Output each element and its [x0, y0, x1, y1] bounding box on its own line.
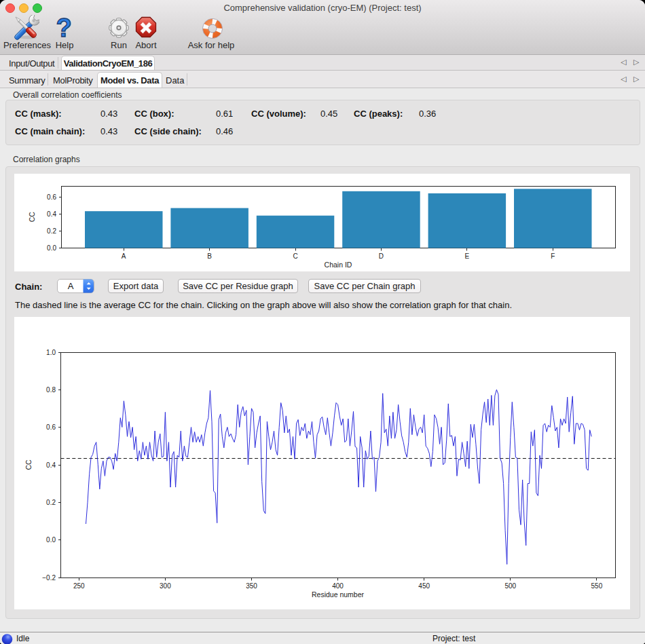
svg-text:D: D: [379, 252, 384, 260]
svg-text:C: C: [293, 252, 297, 260]
svg-text:500: 500: [504, 582, 516, 590]
svg-text:F: F: [551, 252, 555, 260]
svg-text:?: ?: [56, 15, 71, 41]
svg-text:0.6: 0.6: [47, 193, 56, 201]
svg-text:450: 450: [418, 582, 430, 590]
svg-text:350: 350: [246, 582, 257, 590]
svg-text:A: A: [122, 252, 126, 260]
svg-text:0.0: 0.0: [46, 536, 56, 544]
svg-text:CC: CC: [24, 459, 33, 470]
svg-text:400: 400: [332, 582, 344, 590]
svg-text:0.4: 0.4: [47, 210, 56, 218]
svg-text:Chain ID: Chain ID: [325, 261, 352, 269]
svg-text:0.2: 0.2: [46, 499, 56, 506]
svg-text:0.6: 0.6: [46, 423, 56, 431]
svg-text:A: A: [68, 281, 74, 291]
svg-text:E: E: [464, 252, 469, 260]
svg-text:B: B: [207, 252, 212, 260]
svg-text:1.0: 1.0: [46, 349, 56, 356]
svg-text:0.4: 0.4: [46, 461, 56, 469]
svg-text:250: 250: [73, 582, 85, 590]
svg-text:−0.2: −0.2: [42, 574, 56, 582]
svg-text:0.2: 0.2: [47, 227, 56, 235]
svg-text:550: 550: [591, 582, 603, 590]
svg-text:0.8: 0.8: [46, 386, 56, 394]
svg-text:CC: CC: [28, 212, 36, 223]
svg-text:300: 300: [160, 582, 171, 590]
svg-text:Residue number: Residue number: [312, 590, 365, 599]
svg-text:0.0: 0.0: [47, 244, 56, 252]
